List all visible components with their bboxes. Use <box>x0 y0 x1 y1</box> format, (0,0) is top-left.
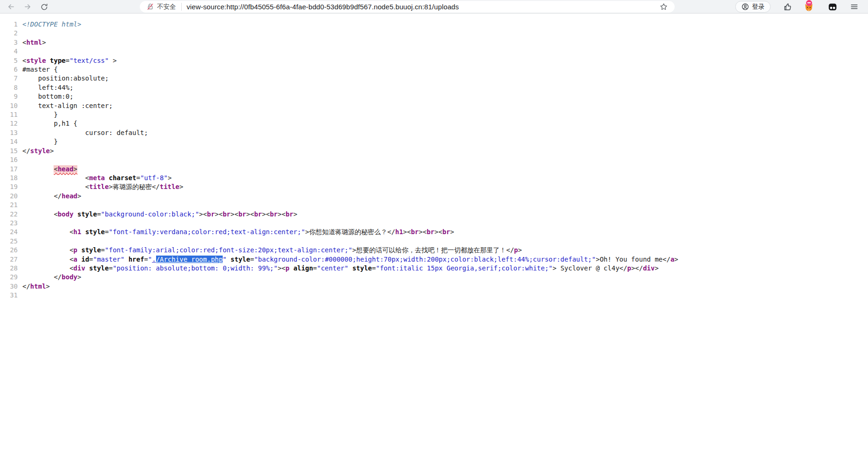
code-token <box>22 165 54 173</box>
code-token: <!DOCTYPE html> <box>22 20 81 28</box>
code-token: >想要的话可以给你，去找吧！把一切都放在那里了！</ <box>352 246 514 254</box>
thumbs-up-button[interactable] <box>781 0 795 13</box>
code-token: style <box>85 228 105 236</box>
line-number: 7 <box>0 74 22 83</box>
code-token: > <box>435 228 438 236</box>
security-label: 不安全 <box>157 3 176 11</box>
code-token: > <box>46 283 50 290</box>
line-number: 4 <box>0 47 22 56</box>
code-token: > <box>77 273 81 281</box>
source-line: 13 cursor: default; <box>0 128 868 137</box>
code-token: div <box>643 264 655 272</box>
code-token: = <box>89 256 93 263</box>
line-number: 19 <box>0 182 22 191</box>
source-line-code: <h1 style="font-family:verdana;color:red… <box>22 228 454 236</box>
source-line: 23 <box>0 219 868 228</box>
code-token: < <box>22 264 74 272</box>
code-token <box>226 256 230 263</box>
code-token: type <box>50 57 66 64</box>
code-token: br <box>254 210 262 218</box>
line-number: 14 <box>0 137 22 146</box>
code-token: position:absolute; <box>22 74 109 82</box>
source-line: 15</style> <box>0 147 868 155</box>
source-line-code: left:44%; <box>22 83 74 92</box>
code-token: br <box>286 210 294 218</box>
source-line: 10 text-align :center; <box>0 101 868 110</box>
code-token: > <box>631 264 635 272</box>
line-number: 20 <box>0 192 22 201</box>
line-number: 21 <box>0 201 22 209</box>
code-token: " <box>148 256 152 263</box>
archive-room-link[interactable]: /Archive_room.php <box>156 256 223 263</box>
source-line-code: </style> <box>22 147 54 155</box>
source-line: 19 <title>蒋璐源的秘密</title> <box>0 182 868 191</box>
code-token: "background-color:black;" <box>101 210 199 218</box>
code-token: "font-family:verdana;color:red;text-alig… <box>109 228 305 236</box>
source-line: 6#master { <box>0 65 868 74</box>
code-token: style <box>77 210 97 218</box>
code-token: left:44%; <box>22 84 74 91</box>
source-line: 27 <a id="master" href="./Archive_room.p… <box>0 255 868 264</box>
bookmark-button[interactable] <box>659 1 668 13</box>
line-number: 13 <box>0 128 22 137</box>
source-line-code: <title>蒋璐源的秘密</title> <box>22 182 183 191</box>
login-button[interactable]: 登录 <box>735 1 771 13</box>
code-token: align <box>294 264 313 272</box>
code-token: p,h1 { <box>22 120 77 127</box>
dark-extension-button[interactable] <box>826 0 840 13</box>
source-line: 26 <p style="font-family:arial;color:red… <box>0 246 868 255</box>
code-token: href <box>129 256 144 263</box>
code-token: < <box>54 165 57 173</box>
menu-button[interactable] <box>847 0 861 13</box>
code-token: < <box>423 228 426 236</box>
line-number: 24 <box>0 228 22 236</box>
forward-button[interactable] <box>21 0 34 13</box>
back-button[interactable] <box>4 0 18 13</box>
code-token: body <box>62 273 77 281</box>
code-token: style <box>30 147 50 155</box>
code-token: < <box>203 210 207 218</box>
address-bar[interactable]: 不安全 view-source:http://0fb45055-6f6a-4fa… <box>140 1 675 13</box>
source-line: 3<html> <box>0 38 868 47</box>
security-chip[interactable]: 不安全 <box>146 3 182 11</box>
source-line: 5<style type="text/css" > <box>0 56 868 65</box>
line-number: 16 <box>0 155 22 164</box>
code-token: > <box>655 264 658 272</box>
source-line-code: <body style="background-color:black;"><b… <box>22 210 297 219</box>
line-number: 31 <box>0 291 22 300</box>
code-token <box>124 256 128 263</box>
code-token: charset <box>109 174 136 182</box>
archive-room-link[interactable]: . <box>152 256 156 263</box>
code-token: > <box>199 210 203 218</box>
source-line: 30</html> <box>0 282 868 291</box>
source-line-code: cursor: default; <box>22 128 148 137</box>
line-number: 18 <box>0 174 22 182</box>
browser-toolbar: 不安全 view-source:http://0fb45055-6f6a-4fa… <box>0 0 868 13</box>
code-token: style <box>81 246 101 254</box>
code-token: br <box>207 210 215 218</box>
line-number: 12 <box>0 119 22 128</box>
code-token: > <box>215 210 219 218</box>
line-number: 27 <box>0 255 22 264</box>
bookmark-star-icon <box>659 2 668 11</box>
source-line-code: bottom:0; <box>22 92 74 101</box>
extension-disabled-badge <box>806 0 812 6</box>
code-token: > <box>77 192 81 200</box>
code-token: > <box>168 174 171 182</box>
code-token: > <box>419 228 423 236</box>
code-token: > <box>450 228 454 236</box>
source-line: 12 p,h1 { <box>0 119 868 128</box>
code-token: = <box>97 210 101 218</box>
url-text[interactable]: view-source:http://0fb45055-6f6a-4fae-bd… <box>187 3 459 11</box>
code-token: </ <box>22 192 62 200</box>
code-token: style <box>352 264 372 272</box>
forward-icon <box>23 2 32 11</box>
code-token: < <box>22 246 74 254</box>
fox-extension-button[interactable] <box>802 0 816 13</box>
line-number: 6 <box>0 65 22 74</box>
code-token: title <box>160 183 179 190</box>
source-line-code: <p style="font-family:arial;color:red;fo… <box>22 246 522 255</box>
code-token: >Oh! You found me</ <box>596 256 670 263</box>
reload-button[interactable] <box>37 0 51 13</box>
source-line-code: text-align :center; <box>22 101 113 110</box>
